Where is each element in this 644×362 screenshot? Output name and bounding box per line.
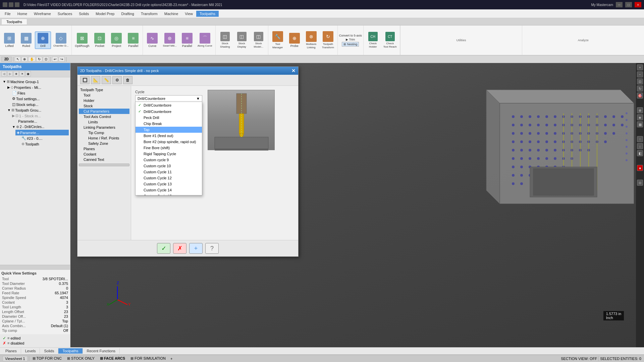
ribbon-btn-chamfer[interactable]: ◇ Chamfer D...: [52, 32, 70, 49]
dlg-tree-stock[interactable]: Stock: [79, 103, 129, 109]
dialog-cancel-button[interactable]: ✗: [173, 243, 186, 254]
menu-view[interactable]: View: [181, 11, 196, 17]
close-button[interactable]: ✕: [635, 2, 641, 7]
tree-scrollbar[interactable]: [0, 265, 70, 269]
tree-paramete1[interactable]: Paramete...: [15, 119, 69, 124]
tab-planes[interactable]: Planes: [1, 348, 21, 354]
cycle-item-custom11[interactable]: Custom Cycle 11: [136, 169, 202, 175]
dlg-tool-btn-2[interactable]: 📐: [91, 76, 100, 84]
nav-btn-4[interactable]: ✕: [19, 71, 25, 76]
menu-drafting[interactable]: Drafting: [118, 11, 138, 17]
menu-home[interactable]: Home: [14, 11, 31, 17]
dlg-tree-cut-params[interactable]: Cut Parameters: [79, 109, 129, 114]
dlg-tree-home-ref[interactable]: Home / Ref. Points: [79, 135, 129, 141]
dlg-tool-btn-5[interactable]: 🗑: [123, 76, 132, 84]
menu-file[interactable]: File: [1, 11, 14, 17]
tree-stock-m[interactable]: ▶ ⊡ 1 - Stock m...: [11, 113, 69, 119]
nav-btn-5[interactable]: ▦: [25, 71, 31, 76]
tab-solids[interactable]: Solids: [40, 348, 58, 354]
ribbon-btn-pocket[interactable]: ⊡ Pocket: [92, 32, 108, 49]
tb-zoom[interactable]: ⊕: [21, 57, 28, 62]
tb-rotate[interactable]: ↻: [36, 57, 42, 62]
cycle-dropdown-selected[interactable]: Drill/Counterbore ▼: [135, 95, 202, 102]
cycle-item-custom12[interactable]: Custom Cycle 12: [136, 175, 202, 181]
tree-drill-circles[interactable]: ▼ ⊕ 2 - Drill/Circles...: [11, 124, 69, 130]
minimize-button[interactable]: ─: [616, 2, 623, 7]
rt-btn-4[interactable]: ↻: [637, 85, 643, 92]
my-mastercam[interactable]: My Mastercam: [591, 3, 613, 7]
cycle-item-bore1[interactable]: Bore #1 (feed out): [136, 133, 202, 139]
menu-model-prep[interactable]: Model Prep: [92, 11, 118, 17]
menu-solids[interactable]: Solids: [75, 11, 92, 17]
ribbon-btn-drill[interactable]: ⊕ Drill: [35, 32, 51, 49]
ribbon-btn-project[interactable]: ◎ Project: [108, 32, 124, 49]
dlg-tree-tool[interactable]: Tool: [79, 93, 129, 98]
cycle-item-fine-bore[interactable]: Fine Bore (shift): [136, 145, 202, 151]
rt-btn-11[interactable]: ◧: [637, 150, 643, 156]
tree-stock-setup[interactable]: ◫ Stock setup...: [11, 102, 69, 107]
tb-pan[interactable]: ✋: [28, 57, 36, 62]
rt-btn-1[interactable]: +: [637, 64, 643, 70]
ribbon-btn-optirough[interactable]: ⊠ OptiRough: [73, 32, 91, 49]
dlg-tree-planes[interactable]: Planes: [79, 146, 129, 152]
cycle-item-custom14[interactable]: Custom Cycle 14: [136, 187, 202, 193]
dlg-tree-linking[interactable]: Linking Parameters: [79, 125, 129, 130]
cycle-item-bore2[interactable]: Bore #2 (stop spindle, rapid out): [136, 139, 202, 145]
tree-properties[interactable]: ▶ ◇ Properties - Mi...: [6, 84, 69, 90]
cycle-item-custom13[interactable]: Custom Cycle 13: [136, 181, 202, 187]
tab-toolpaths[interactable]: Toolpaths: [58, 348, 83, 354]
tree-files[interactable]: 📄 Files: [11, 90, 69, 96]
nav-btn-1[interactable]: ◁: [1, 71, 7, 76]
dlg-tree-coolant[interactable]: Coolant: [79, 152, 129, 157]
tree-23[interactable]: 🔧 #23 - 0....: [20, 135, 69, 141]
dlg-tree-tool-axis[interactable]: Tool Axis Control: [79, 114, 129, 119]
menu-surfaces[interactable]: Surfaces: [54, 11, 75, 17]
tree-toolpath-group[interactable]: ▼ ⊞ Toolpath Grou...: [6, 107, 69, 113]
for-simulation-tab[interactable]: ⊞ FOR SIMULATION: [128, 356, 168, 361]
ribbon-btn-swarf[interactable]: ⊛ Swarf Mill...: [161, 32, 178, 49]
ribbon-btn-along-curve[interactable]: ⌒ Along Curve: [196, 32, 214, 49]
ribbon-tab-toolpaths[interactable]: Toolpaths: [1, 19, 27, 24]
cycle-item-peck-drill[interactable]: Peck Drill: [136, 115, 202, 121]
tree-tool-settings[interactable]: ⚙ Tool settings...: [11, 96, 69, 102]
dlg-tool-btn-1[interactable]: 🔲: [80, 76, 90, 84]
dlg-tree-tip-comp[interactable]: Tip Comp: [79, 130, 129, 135]
ribbon-btn-probe[interactable]: ⊕ Probe: [286, 32, 303, 49]
ribbon-btn-multiaxis[interactable]: ⊗ MultiaxisLinking: [303, 30, 319, 50]
rt-btn-2[interactable]: −: [637, 71, 643, 77]
rt-btn-10[interactable]: ↓: [637, 143, 643, 149]
ribbon-btn-ruled[interactable]: ▦ Ruled: [18, 32, 34, 49]
ribbon-btn-lofted[interactable]: ⊞ Lofted: [1, 32, 17, 49]
add-view-btn[interactable]: +: [169, 356, 174, 361]
nav-btn-2[interactable]: ▷: [7, 71, 13, 76]
ribbon-btn-stock-display[interactable]: ◫ StockDisplay: [234, 31, 250, 50]
cycle-item-drill-counterbore[interactable]: ✓Drill/Counterbore: [136, 102, 202, 108]
dialog-ok-button[interactable]: ✓: [157, 243, 170, 254]
ribbon-btn-check-holder[interactable]: CH CheckHolder: [365, 31, 381, 50]
dlg-tool-btn-4[interactable]: ⚙: [112, 76, 122, 84]
rt-btn-red[interactable]: ■: [637, 165, 643, 171]
stock-only-tab[interactable]: ⊞ STOCK ONLY: [65, 356, 97, 361]
dialog-help-button[interactable]: ?: [205, 243, 219, 254]
rt-btn-7[interactable]: ◈: [637, 114, 643, 120]
ribbon-btn-check-tool[interactable]: CT CheckTool Reach: [382, 31, 398, 50]
cycle-item-chip-break[interactable]: Chip Break: [136, 121, 202, 127]
nav-btn-3[interactable]: ⊕: [13, 71, 19, 76]
ribbon-btn-tool-manager[interactable]: 🔧 ToolManager: [270, 30, 286, 50]
dlg-tool-btn-3[interactable]: 📏: [102, 76, 111, 84]
tab-recent-functions[interactable]: Recent Functions: [83, 348, 120, 354]
tree-paramete2[interactable]: ◈ Paramete...: [15, 130, 69, 135]
rt-btn-12[interactable]: ⊙: [637, 180, 643, 186]
ribbon-btn-curve[interactable]: ∿ Curve: [144, 32, 160, 49]
top-for-cnc-tab[interactable]: ⊞ TOP FOR CNC: [31, 356, 64, 361]
dlg-tree-limits[interactable]: Limits: [79, 119, 129, 125]
menu-transform[interactable]: Transform: [138, 11, 161, 17]
menu-toolpaths[interactable]: Toolpaths: [196, 11, 219, 17]
rt-btn-3[interactable]: ⊡: [637, 78, 643, 84]
ribbon-btn-tp-transform[interactable]: ↻ ToolpathTransform: [320, 30, 336, 50]
rt-btn-5[interactable]: 🎯: [637, 93, 643, 99]
cycle-item-rigid-tap[interactable]: Rigid Tapping Cycle: [136, 151, 202, 157]
dlg-tree-toolpath-type[interactable]: Toolpath Type: [79, 87, 129, 93]
dlg-tree-scroll[interactable]: [79, 164, 129, 166]
viewsheet-tab[interactable]: Viewsheet 1: [3, 356, 28, 361]
